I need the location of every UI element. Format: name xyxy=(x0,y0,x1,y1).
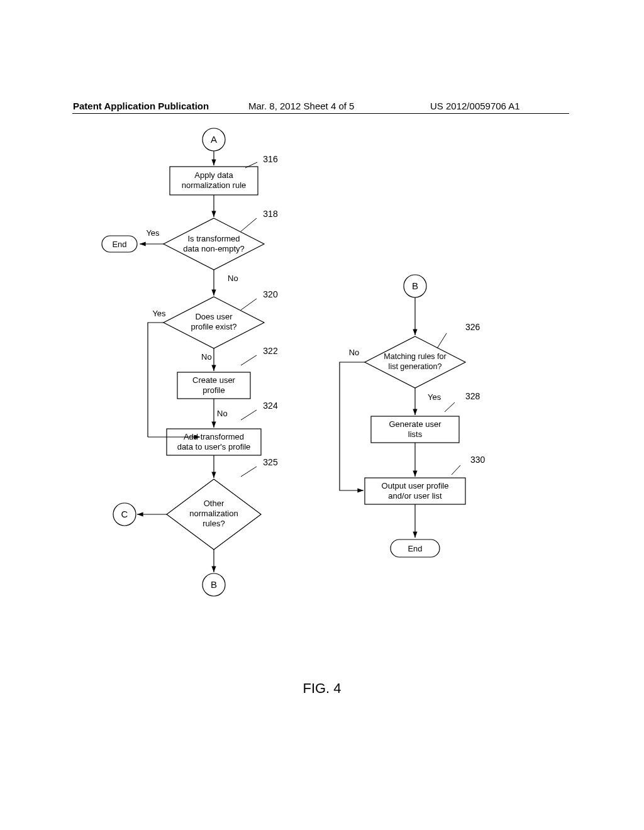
svg-line-17 xyxy=(437,333,447,348)
ref-316: 316 xyxy=(263,154,278,164)
svg-line-8 xyxy=(241,355,257,365)
connector-a-label: A xyxy=(211,134,217,145)
step-324-text-1: Add transformed xyxy=(184,432,244,441)
terminator-end-2-label: End xyxy=(408,544,422,553)
decision-320-text-2: profile exist? xyxy=(191,322,237,331)
decision-326-text-2: list generation? xyxy=(389,362,442,371)
step-316-text-2: normalization rule xyxy=(182,180,247,190)
ref-325: 325 xyxy=(263,457,278,467)
ref-320: 320 xyxy=(263,289,278,299)
connector-b-top-label: B xyxy=(412,280,418,291)
label-yes-320: Yes xyxy=(152,309,166,318)
decision-326-text-1: Matching rules for xyxy=(384,352,446,361)
connector-b-bottom-label: B xyxy=(211,579,217,590)
svg-line-21 xyxy=(452,465,460,475)
label-no-merge: No xyxy=(217,409,228,418)
label-no-326: No xyxy=(349,348,360,357)
decision-320-text-1: Does user xyxy=(195,312,233,321)
svg-line-11 xyxy=(241,410,257,420)
decision-318-text-2: data non-empty? xyxy=(183,244,245,253)
step-316-text-1: Apply data xyxy=(194,170,233,180)
step-322-text-1: Create user xyxy=(192,375,236,385)
connector-c-label: C xyxy=(121,509,128,519)
decision-325-text-1: Other xyxy=(204,499,225,508)
step-330-text-2: and/or user list xyxy=(388,491,442,501)
ref-324: 324 xyxy=(263,401,278,411)
svg-line-1 xyxy=(245,162,257,168)
flowchart-diagram: A Apply data normalization rule 316 Is t… xyxy=(0,0,644,830)
step-322-text-2: profile xyxy=(203,385,225,395)
decision-318-text-1: Is transformed xyxy=(187,234,240,243)
label-no-320: No xyxy=(201,352,212,362)
figure-caption: FIG. 4 xyxy=(0,680,644,697)
ref-326: 326 xyxy=(465,322,480,332)
svg-line-19 xyxy=(445,402,455,412)
step-328-text-2: lists xyxy=(408,429,423,439)
svg-line-6 xyxy=(241,299,257,310)
step-328-text-1: Generate user xyxy=(389,419,441,429)
label-yes-326: Yes xyxy=(428,392,441,402)
decision-325-text-2: normalization xyxy=(189,509,238,518)
step-324-text-2: data to user's profile xyxy=(177,442,251,451)
label-yes-318: Yes xyxy=(146,228,160,238)
terminator-end-1-label: End xyxy=(112,240,126,249)
label-no-318: No xyxy=(228,274,238,283)
ref-318: 318 xyxy=(263,209,278,219)
ref-330: 330 xyxy=(470,455,486,465)
step-330-text-1: Output user profile xyxy=(382,481,449,490)
svg-line-3 xyxy=(241,218,257,231)
ref-322: 322 xyxy=(263,346,278,356)
svg-line-13 xyxy=(241,467,257,477)
ref-328: 328 xyxy=(465,391,480,401)
decision-325-text-3: rules? xyxy=(203,519,225,528)
